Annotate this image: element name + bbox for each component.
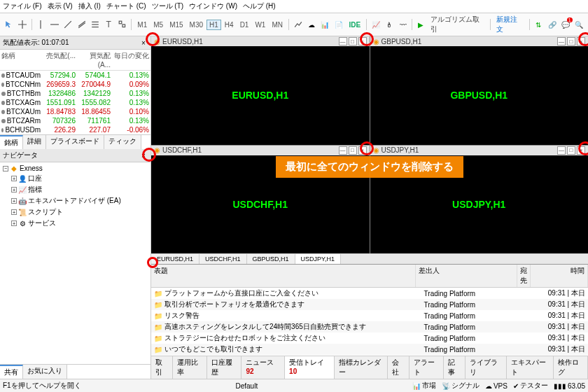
fibo-icon[interactable]: [89, 18, 101, 31]
hline-icon[interactable]: [48, 18, 60, 31]
search-icon[interactable]: 🔍: [573, 18, 585, 31]
close-icon[interactable]: ×: [139, 38, 148, 47]
mw-tab[interactable]: プライスボード: [46, 135, 104, 149]
chart-line-icon[interactable]: 〰: [397, 18, 409, 31]
ide-link[interactable]: IDE: [346, 21, 363, 29]
mail-row[interactable]: 📁プラットフォームから直接口座にご入金ください Trading Platform…: [151, 288, 588, 299]
mw-tab[interactable]: 詳細: [23, 135, 46, 149]
mail-row[interactable]: 📁いつでもどこでも取引できます Trading Platform09:31 | …: [151, 344, 588, 355]
close-icon[interactable]: ×: [577, 146, 585, 155]
nav-item[interactable]: +📈指標: [10, 184, 149, 195]
nav-item[interactable]: +📜スクリプト: [10, 206, 149, 218]
timeframe-d1[interactable]: D1: [237, 20, 252, 30]
menu-tools[interactable]: ツール (T): [152, 1, 184, 11]
channel-icon[interactable]: [76, 18, 88, 31]
connect-icon[interactable]: 🔗: [546, 18, 558, 31]
maximize-icon[interactable]: □: [567, 37, 575, 46]
menu-window[interactable]: ウインドウ (W): [189, 1, 237, 11]
terminal-tab[interactable]: ライブラリ: [465, 356, 506, 379]
expand-icon[interactable]: +: [11, 187, 17, 192]
menu-help[interactable]: ヘルプ (H): [243, 1, 276, 11]
chart-window[interactable]: ◉ EURUSD,H1 — □ × EURUSD,H1: [151, 36, 370, 145]
timeframe-m30[interactable]: M30: [187, 20, 206, 30]
expand-icon[interactable]: +: [11, 198, 17, 204]
market-watch-row[interactable]: BTCXAGm 1551.0911555.0820.13%: [0, 98, 150, 107]
menu-chart[interactable]: チャート (C): [106, 1, 146, 11]
chart-tab[interactable]: USDJPY,H1: [295, 254, 341, 264]
minimize-icon[interactable]: —: [557, 37, 566, 46]
chart-canvas[interactable]: EURUSD,H1: [151, 46, 370, 145]
crosshair-icon[interactable]: [16, 18, 28, 31]
template-icon[interactable]: 📄: [332, 18, 344, 31]
chart-bars-icon[interactable]: 📈: [370, 18, 382, 31]
vline-icon[interactable]: [35, 18, 47, 31]
nav-item[interactable]: +⚙サービス: [10, 218, 149, 229]
chart-tab[interactable]: EURUSD,H1: [151, 254, 200, 264]
status-vps[interactable]: ☁ VPS: [485, 382, 507, 390]
close-icon[interactable]: ×: [577, 37, 585, 46]
terminal-tab[interactable]: 記事: [444, 356, 465, 379]
expand-icon[interactable]: +: [11, 220, 17, 226]
status-profile[interactable]: Default: [235, 382, 258, 390]
terminal-tab[interactable]: 会社: [388, 356, 410, 379]
terminal-tab[interactable]: 運用比率: [173, 356, 207, 379]
market-watch-row[interactable]: BTCCNHm 269659.3270044.90.09%: [0, 80, 150, 89]
menu-insert[interactable]: 挿入 (I): [78, 1, 101, 11]
timeframe-h1[interactable]: H1: [206, 20, 221, 30]
market-watch-row[interactable]: BCHUSDm 226.29227.07-0.06%: [0, 125, 150, 134]
close-icon[interactable]: ×: [358, 37, 367, 46]
collapse-icon[interactable]: −: [3, 166, 8, 172]
nav-root[interactable]: − ◆ Exness: [1, 164, 149, 173]
objects-icon[interactable]: [116, 18, 128, 31]
status-market[interactable]: 📊 市場: [412, 381, 436, 391]
market-watch-row[interactable]: BTCAUDm 57294.057404.10.13%: [0, 71, 150, 80]
new-order-button[interactable]: 新規注文: [493, 15, 526, 34]
timeframe-mn[interactable]: MN: [269, 20, 286, 30]
status-tester[interactable]: ✔ テスター: [513, 381, 548, 391]
chart-tab[interactable]: USDCHF,H1: [200, 254, 247, 264]
menu-file[interactable]: ファイル (F): [3, 1, 42, 11]
mw-tab[interactable]: 銘柄: [0, 135, 23, 149]
indicator-icon[interactable]: 📊: [319, 18, 331, 31]
market-watch-row[interactable]: BTCZARm 7073267117610.13%: [0, 116, 150, 125]
terminal-tab[interactable]: 取引: [151, 356, 173, 379]
terminal-tab[interactable]: 検作ログ: [554, 356, 588, 379]
mw-tab[interactable]: ティック: [104, 135, 141, 149]
close-icon[interactable]: ×: [358, 146, 367, 155]
minimize-icon[interactable]: —: [339, 37, 347, 46]
market-watch-row[interactable]: BTCTHBm 132848613421290.13%: [0, 89, 150, 98]
timeframe-m1[interactable]: M1: [134, 20, 150, 30]
timeframe-w1[interactable]: W1: [252, 20, 268, 30]
chart-tab[interactable]: GBPUSD,H1: [247, 254, 295, 264]
timeframe-h4[interactable]: H4: [222, 20, 237, 30]
maximize-icon[interactable]: □: [349, 146, 357, 155]
trendline-icon[interactable]: [62, 18, 74, 31]
timeframe-m5[interactable]: M5: [150, 20, 166, 30]
market-watch-row[interactable]: BTCXAUm 18.8478318.864550.10%: [0, 107, 150, 116]
chart-window[interactable]: ◉ GBPUSD,H1 — □ × GBPUSD,H1: [370, 36, 589, 145]
algo-trading-button[interactable]: アルゴリズム取引: [428, 15, 487, 34]
mail-row[interactable]: 📁ストラテジーに合わせたロボットをご注文ください Trading Platfor…: [151, 332, 588, 344]
menu-view[interactable]: 表示 (V): [48, 1, 73, 11]
status-signal[interactable]: 📡 シグナル: [442, 381, 479, 391]
terminal-tab[interactable]: 口座履歴: [207, 356, 241, 379]
terminal-tab[interactable]: 受信トレイ 10: [285, 356, 335, 379]
line-chart-icon[interactable]: [292, 18, 304, 31]
chart-canvas[interactable]: GBPUSD,H1: [370, 46, 589, 145]
nav-item[interactable]: +🤖エキスパートアドバイザ (EA): [10, 195, 149, 206]
maximize-icon[interactable]: □: [567, 146, 575, 155]
cloud-icon[interactable]: ☁: [305, 18, 317, 31]
chart-candles-icon[interactable]: 🕯: [383, 18, 395, 31]
cursor-icon[interactable]: [3, 18, 15, 31]
terminal-tab[interactable]: エキスパート: [507, 356, 554, 379]
mail-row[interactable]: 📁リスク警告 Trading Platform09:31 | 本日: [151, 310, 588, 321]
text-icon[interactable]: T: [103, 18, 115, 31]
maximize-icon[interactable]: □: [349, 37, 357, 46]
mail-row[interactable]: 📁取引分析でポートフォリオを最適化できます Trading Platform09…: [151, 299, 588, 310]
terminal-tab[interactable]: ニュース 92: [241, 356, 285, 379]
mail-row[interactable]: 📁高速ホスティングをレンタルして24時間365日自動売買できます Trading…: [151, 321, 588, 332]
terminal-tab[interactable]: 指標カレンダー: [335, 356, 388, 379]
terminal-tab[interactable]: アラート: [410, 356, 444, 379]
messages-icon[interactable]: 💬1: [559, 18, 571, 31]
expand-icon[interactable]: +: [11, 209, 17, 215]
